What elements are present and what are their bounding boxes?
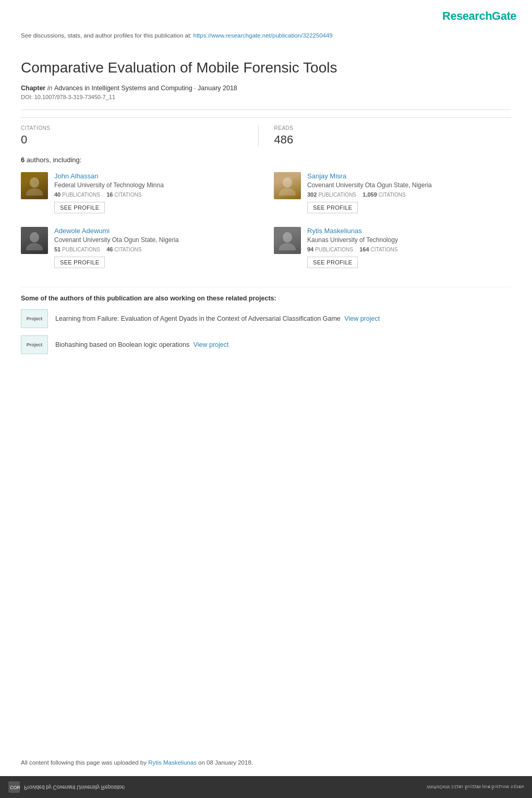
authors-grid: John Alhassan Federal University of Tech…	[21, 172, 511, 282]
footer-bar-right: WeReDeW ɔ1ʇɐɹ ɓuᴉʇʇɐs puɐ ɓuᴉʇɹoʍ sʞɔɐᴚ	[427, 784, 524, 790]
author-stats-0: 40 PUBLICATIONS 16 CITATIONS	[54, 191, 258, 198]
author-name-1[interactable]: Sanjay Misra	[307, 172, 511, 180]
authors-heading: 6 authors, including:	[21, 156, 511, 164]
footer-bar: CORE Provided by Covenant University Rep…	[0, 776, 532, 798]
author-affil-3: Kaunas University of Technology	[307, 236, 511, 244]
citations-value: 0	[21, 133, 248, 147]
author-affil-1: Covenant University Ota Ogun State, Nige…	[307, 182, 511, 189]
author-card-2: Adewole Adewumi Covenant University Ota …	[21, 227, 258, 268]
author-card-3: Rytis Maskeliunas Kaunas University of T…	[274, 227, 511, 268]
author-name-0[interactable]: John Alhassan	[54, 172, 258, 180]
related-projects: Some of the authors of this publication …	[21, 287, 511, 354]
author-stats-1: 302 PUBLICATIONS 1,059 CITATIONS	[307, 191, 511, 198]
top-link-bar: See discussions, stats, and author profi…	[0, 28, 532, 44]
svg-text:CORE: CORE	[10, 785, 20, 790]
author-stats-3: 94 PUBLICATIONS 164 CITATIONS	[307, 246, 511, 252]
paper-title: Comparative Evaluation of Mobile Forensi…	[21, 58, 511, 77]
chapter-label: Chapter	[21, 84, 45, 92]
reads-value: 486	[274, 133, 501, 147]
top-link-text: See discussions, stats, and author profi…	[21, 32, 191, 39]
project-link-1[interactable]: View project	[194, 341, 229, 348]
chapter-series: Advances in Intelligent Systems and Comp…	[54, 84, 237, 92]
author-info-0: John Alhassan Federal University of Tech…	[54, 172, 258, 213]
author-info-3: Rytis Maskeliunas Kaunas University of T…	[307, 227, 511, 268]
metrics-section: CITATIONS 0 READS 486	[21, 117, 511, 147]
svg-point-2	[283, 177, 292, 188]
project-text-0: Learning from Failure: Evaluation of Age…	[55, 315, 380, 322]
author-info-1: Sanjay Misra Covenant University Ota Ogu…	[307, 172, 511, 213]
reads-metric: READS 486	[258, 125, 512, 147]
see-profile-btn-1[interactable]: SEE PROFILE	[307, 202, 358, 213]
see-profile-btn-3[interactable]: SEE PROFILE	[307, 257, 358, 268]
footer-bar-left: CORE Provided by Covenant University Rep…	[8, 781, 125, 793]
reads-label: READS	[274, 125, 501, 131]
related-heading: Some of the authors of this publication …	[21, 295, 511, 302]
uploader-link[interactable]: Rytis Maskeliunas	[148, 759, 197, 766]
author-avatar-0	[21, 172, 48, 199]
author-avatar-1	[274, 172, 301, 199]
authors-count: 6	[21, 156, 25, 164]
see-profile-btn-0[interactable]: SEE PROFILE	[54, 202, 105, 213]
chapter-in: in	[47, 84, 54, 92]
project-thumb-0: Project	[21, 309, 48, 328]
svg-point-0	[30, 177, 39, 188]
researchgate-logo: ResearchGate	[442, 9, 516, 23]
header: ResearchGate	[0, 0, 532, 28]
author-card-1: Sanjay Misra Covenant University Ota Ogu…	[274, 172, 511, 213]
author-card-0: John Alhassan Federal University of Tech…	[21, 172, 258, 213]
svg-point-7	[279, 243, 296, 250]
project-item-0: Project Learning from Failure: Evaluatio…	[21, 309, 511, 328]
authors-label: authors, including:	[27, 156, 82, 164]
chapter-info: Chapter in Advances in Intelligent Syste…	[21, 84, 511, 92]
svg-point-3	[279, 188, 296, 196]
author-affil-0: Federal University of Technology Minna	[54, 182, 258, 189]
author-name-3[interactable]: Rytis Maskeliunas	[307, 227, 511, 235]
author-avatar-2	[21, 227, 48, 254]
publication-url[interactable]: https://www.researchgate.net/publication…	[194, 32, 333, 39]
author-stats-2: 51 PUBLICATIONS 46 CITATIONS	[54, 246, 258, 252]
svg-point-6	[283, 232, 292, 243]
author-name-2[interactable]: Adewole Adewumi	[54, 227, 258, 235]
project-text-1: Biohashing based on Boolean logic operat…	[55, 341, 228, 348]
project-thumb-1: Project	[21, 335, 48, 354]
cobe-icon-svg: CORE	[8, 781, 20, 793]
author-affil-2: Covenant University Ota Ogun State, Nige…	[54, 236, 258, 244]
project-item-1: Project Biohashing based on Boolean logi…	[21, 335, 511, 354]
citations-label: CITATIONS	[21, 125, 248, 131]
project-link-0[interactable]: View project	[344, 315, 380, 322]
author-info-2: Adewole Adewumi Covenant University Ota …	[54, 227, 258, 268]
cobe-logo: CORE	[8, 781, 20, 793]
see-profile-btn-2[interactable]: SEE PROFILE	[54, 257, 105, 268]
svg-point-5	[26, 243, 43, 250]
author-avatar-3	[274, 227, 301, 254]
footer-bar-text-left: Provided by Covenant University Reposito…	[24, 784, 125, 790]
main-content: Comparative Evaluation of Mobile Forensi…	[0, 44, 532, 372]
footer-note: All content following this page was uplo…	[21, 759, 511, 766]
citations-metric: CITATIONS 0	[21, 125, 258, 147]
svg-point-4	[30, 232, 39, 243]
svg-point-1	[26, 188, 43, 196]
doi: DOI: 10.1007/978-3-319-73450-7_11	[21, 94, 511, 100]
